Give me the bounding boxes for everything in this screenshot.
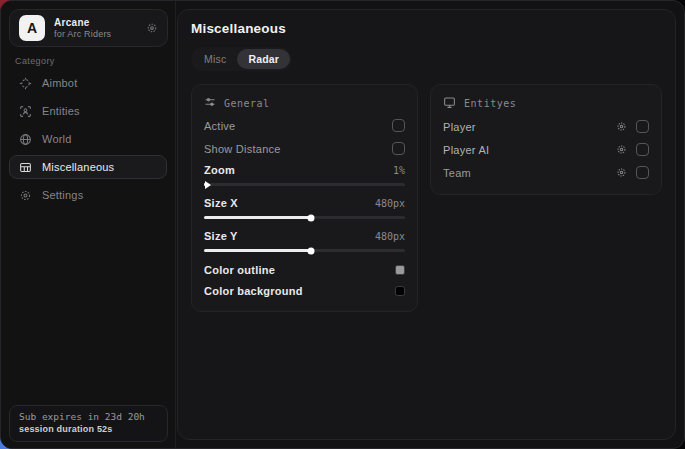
size-y-slider-thumb[interactable] <box>307 247 314 254</box>
main-content: Miscellaneous Misc Radar General <box>177 9 676 440</box>
player-checkbox[interactable] <box>636 120 649 133</box>
active-label: Active <box>204 120 235 132</box>
active-checkbox[interactable] <box>392 119 405 132</box>
category-label: Category <box>15 56 55 66</box>
crosshair-icon <box>19 77 32 90</box>
sidebar-item-label: Miscellaneous <box>42 161 114 173</box>
team-row: Team <box>443 161 649 184</box>
sidebar-item-settings[interactable]: Settings <box>9 183 167 207</box>
zoom-value: 1% <box>393 165 405 176</box>
tab-misc[interactable]: Misc <box>193 49 237 69</box>
sidebar-nav: Aimbot Entities World <box>9 71 167 211</box>
size-y-row: Size Y 480px <box>204 226 405 246</box>
zoom-label: Zoom <box>204 164 235 176</box>
sidebar-item-label: Settings <box>42 189 83 201</box>
gear-icon <box>19 189 32 202</box>
size-x-label: Size X <box>204 197 238 209</box>
zoom-slider-thumb[interactable] <box>205 181 211 189</box>
color-background-swatch[interactable] <box>395 286 405 296</box>
gear-icon[interactable] <box>616 167 627 178</box>
active-row: Active <box>204 114 405 137</box>
app-title: Arcane <box>54 17 146 28</box>
show-distance-checkbox[interactable] <box>392 142 405 155</box>
size-y-slider-fill <box>204 249 311 252</box>
color-outline-row: Color outline <box>204 259 405 280</box>
app-window: A Arcane for Arc Riders Category <box>0 0 685 449</box>
page-title: Miscellaneous <box>191 21 662 36</box>
player-label: Player <box>443 121 476 133</box>
general-panel-header: General <box>204 96 405 110</box>
monitor-icon <box>443 96 456 111</box>
zoom-slider[interactable] <box>204 183 405 186</box>
app-logo: A <box>19 15 45 41</box>
size-y-value: 480px <box>375 231 405 242</box>
subscription-card: Sub expires in 23d 20h session duration … <box>9 405 168 442</box>
color-background-label: Color background <box>204 285 303 297</box>
size-x-slider-thumb[interactable] <box>307 214 314 221</box>
app-subtitle: for Arc Riders <box>54 29 146 39</box>
size-x-slider-fill <box>204 216 311 219</box>
size-y-slider[interactable] <box>204 249 405 252</box>
sidebar-item-label: World <box>42 133 72 145</box>
sidebar-item-miscellaneous[interactable]: Miscellaneous <box>9 155 167 179</box>
sidebar-item-entities[interactable]: Entities <box>9 99 167 123</box>
grid-icon <box>19 161 32 174</box>
team-label: Team <box>443 167 471 179</box>
tab-radar[interactable]: Radar <box>237 49 290 69</box>
size-x-slider[interactable] <box>204 216 405 219</box>
app-header-card: A Arcane for Arc Riders <box>9 9 168 47</box>
player-ai-label: Player AI <box>443 144 489 156</box>
session-duration-text: session duration 52s <box>19 424 158 434</box>
size-x-value: 480px <box>375 198 405 209</box>
scan-person-icon <box>19 105 32 118</box>
sub-expires-text: Sub expires in 23d 20h <box>19 411 158 422</box>
tab-group: Misc Radar <box>191 47 292 71</box>
team-checkbox[interactable] <box>636 166 649 179</box>
player-row: Player <box>443 115 649 138</box>
globe-icon <box>19 133 32 146</box>
show-distance-row: Show Distance <box>204 137 405 160</box>
player-ai-row: Player AI <box>443 138 649 161</box>
sidebar-item-label: Entities <box>42 105 80 117</box>
gear-icon[interactable] <box>616 144 627 155</box>
size-x-row: Size X 480px <box>204 193 405 213</box>
general-panel: General Active Show Distance Zoom 1% <box>191 84 418 312</box>
general-panel-title: General <box>224 98 270 109</box>
app-meta: Arcane for Arc Riders <box>54 17 146 39</box>
color-background-row: Color background <box>204 280 405 301</box>
gear-icon[interactable] <box>616 121 627 132</box>
player-ai-checkbox[interactable] <box>636 143 649 156</box>
show-distance-label: Show Distance <box>204 143 281 155</box>
sliders-icon <box>204 96 216 110</box>
zoom-row: Zoom 1% <box>204 160 405 180</box>
panels-row: General Active Show Distance Zoom 1% <box>191 84 662 312</box>
sidebar-item-world[interactable]: World <box>9 127 167 151</box>
size-y-label: Size Y <box>204 230 238 242</box>
gear-icon[interactable] <box>146 22 158 34</box>
sidebar-item-label: Aimbot <box>42 77 77 89</box>
sidebar: A Arcane for Arc Riders Category <box>1 1 176 448</box>
sidebar-item-aimbot[interactable]: Aimbot <box>9 71 167 95</box>
entities-panel: Entityes Player Player AI <box>430 84 662 195</box>
color-outline-swatch[interactable] <box>395 265 405 275</box>
color-outline-label: Color outline <box>204 264 275 276</box>
entities-panel-header: Entityes <box>443 96 649 111</box>
entities-panel-title: Entityes <box>464 98 516 109</box>
